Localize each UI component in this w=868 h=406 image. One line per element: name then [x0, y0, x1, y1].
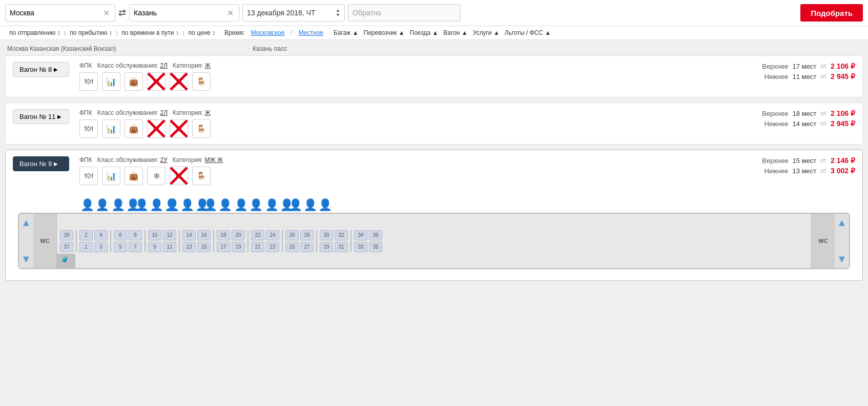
- seat[interactable]: 9: [148, 242, 161, 252]
- from-clear-button[interactable]: ✕: [102, 8, 111, 18]
- service-class-label-8: Класс обслуживания: 2Л: [97, 62, 168, 69]
- wagon-9-meta: ФПК Класс обслуживания: 2У Категория: МЖ…: [79, 156, 732, 164]
- seat[interactable]: 16: [197, 230, 211, 240]
- return-field[interactable]: Обратно: [348, 4, 461, 22]
- return-placeholder: Обратно: [353, 9, 381, 17]
- upper-seats-11: 18 мест: [792, 110, 816, 117]
- seat[interactable]: 24: [266, 230, 279, 240]
- wagon-8-button[interactable]: Вагон № 8 ▶: [13, 62, 69, 77]
- services-filter[interactable]: Услуги ▲: [473, 29, 500, 36]
- service-class-8-value[interactable]: 2Л: [160, 62, 168, 69]
- wifi-disabled-icon-9: W: [170, 167, 188, 185]
- seat-col: 109: [148, 230, 161, 252]
- category-8-value[interactable]: Ж: [205, 62, 211, 69]
- seat[interactable]: 5: [114, 242, 127, 252]
- food-icon-11: 🍽: [79, 119, 98, 138]
- wagon-9-button[interactable]: Вагон № 9 ▶: [13, 156, 69, 171]
- search-button[interactable]: Подобрать: [800, 4, 863, 22]
- wc-right: WC: [811, 214, 835, 268]
- luggage-icon: 🧳: [61, 256, 69, 263]
- seat[interactable]: 7: [129, 242, 142, 252]
- seat[interactable]: 12: [163, 230, 176, 240]
- from-input[interactable]: [10, 9, 102, 17]
- seat[interactable]: 21: [251, 242, 264, 252]
- seat[interactable]: 23: [266, 242, 279, 252]
- seat[interactable]: 20: [232, 230, 245, 240]
- seat[interactable]: 17: [217, 242, 230, 252]
- seat[interactable]: 13: [182, 242, 196, 252]
- date-field[interactable]: 13 декабря 2018, ЧТ ▲ ▼: [242, 4, 345, 22]
- to-clear-button[interactable]: ✕: [226, 8, 235, 18]
- time-moscow[interactable]: Московское: [247, 29, 289, 36]
- sort-duration[interactable]: по времени в пути ↕: [117, 29, 183, 36]
- snowflake-disabled-icon-8: ❄: [170, 72, 188, 91]
- seat[interactable]: 3: [94, 242, 108, 252]
- seat[interactable]: 36: [369, 230, 382, 240]
- person-group-1: 👤 👤: [79, 198, 110, 212]
- seat[interactable]: 32: [335, 230, 348, 240]
- seat[interactable]: 2: [79, 230, 93, 240]
- swap-icon: ⇄: [118, 8, 126, 18]
- wagon-header-row-9: Вагон № 9 ▶ ФПК Класс обслуживания: 2У К…: [13, 156, 855, 185]
- upper-label-11: Верхнее: [762, 110, 788, 117]
- service-class-11-value[interactable]: 2Л: [160, 109, 168, 116]
- wagon-11-label: Вагон № 11: [19, 113, 55, 120]
- baggage-filter[interactable]: Багаж ▲: [334, 29, 359, 36]
- lower-label-9: Нижнее: [764, 167, 788, 175]
- wagon-filter[interactable]: Вагон ▲: [443, 29, 467, 36]
- category-9-value[interactable]: МЖ Ж: [205, 156, 223, 164]
- carrier-filter[interactable]: Перевозчик ▲: [364, 29, 405, 36]
- seat[interactable]: 18: [217, 230, 230, 240]
- train-filter[interactable]: Поезда ▲: [410, 29, 439, 36]
- upper-seats-8: 17 мест: [792, 63, 816, 70]
- person-group-4: 👤 👤 👤: [172, 198, 202, 212]
- seat-col: 1615: [197, 230, 211, 252]
- seat[interactable]: 6: [114, 230, 127, 240]
- seat[interactable]: 25: [285, 242, 299, 252]
- seat[interactable]: 34: [354, 230, 367, 240]
- arrow-right-area: ▲ ▼: [835, 214, 849, 268]
- date-down-button[interactable]: ▼: [336, 13, 340, 17]
- food-icon-8: 🍽: [79, 72, 98, 91]
- category-label-8: Категория: Ж: [173, 62, 211, 69]
- seat[interactable]: 26: [285, 230, 299, 240]
- seat[interactable]: 19: [232, 242, 245, 252]
- swap-button[interactable]: ⇄: [118, 7, 126, 18]
- sort-price[interactable]: по цене ↕: [184, 29, 220, 36]
- seat[interactable]: 14: [182, 230, 196, 240]
- benefits-filter[interactable]: Льготы / ФСС ▲: [505, 29, 551, 36]
- seat[interactable]: 4: [94, 230, 108, 240]
- seat[interactable]: 38: [60, 230, 73, 240]
- seat[interactable]: 10: [148, 230, 161, 240]
- seat[interactable]: 8: [129, 230, 142, 240]
- person-group-5: 👤 👤: [202, 198, 233, 212]
- category-11-value[interactable]: Ж: [205, 109, 211, 116]
- seat[interactable]: 11: [163, 242, 176, 252]
- seat-col: 2827: [300, 230, 314, 252]
- person-icon: 👤: [135, 198, 149, 212]
- seat[interactable]: 29: [320, 242, 333, 252]
- seat[interactable]: 37: [60, 242, 73, 252]
- to-input[interactable]: [134, 9, 226, 17]
- seat[interactable]: 27: [300, 242, 314, 252]
- seat[interactable]: 30: [320, 230, 333, 240]
- seat[interactable]: 31: [335, 242, 348, 252]
- train-to: Казань пасс: [253, 45, 287, 52]
- seat-col: 3029: [320, 230, 333, 252]
- person-icons-row: 👤 👤 👤 👤 👤 👤 👤 👤 👤 👤: [79, 198, 855, 212]
- seat[interactable]: 1: [79, 242, 93, 252]
- time-local[interactable]: Местное: [295, 29, 327, 36]
- seat[interactable]: 35: [369, 242, 382, 252]
- seat[interactable]: 15: [197, 242, 211, 252]
- sort-arrival[interactable]: по прибытию ↕: [66, 29, 116, 36]
- seat[interactable]: 28: [300, 230, 314, 240]
- person-icon: 👤: [218, 198, 232, 212]
- compartment: 34333635: [354, 230, 382, 252]
- sort-departure[interactable]: по отправлению ↕: [5, 29, 65, 36]
- upper-seats-9: 15 мест: [792, 157, 816, 165]
- seat[interactable]: 33: [354, 242, 367, 252]
- wagon-11-button[interactable]: Вагон № 11 ▶: [13, 109, 69, 124]
- compartment-divider: [213, 230, 214, 252]
- service-class-9-value[interactable]: 2У: [160, 156, 167, 164]
- seat[interactable]: 22: [251, 230, 264, 240]
